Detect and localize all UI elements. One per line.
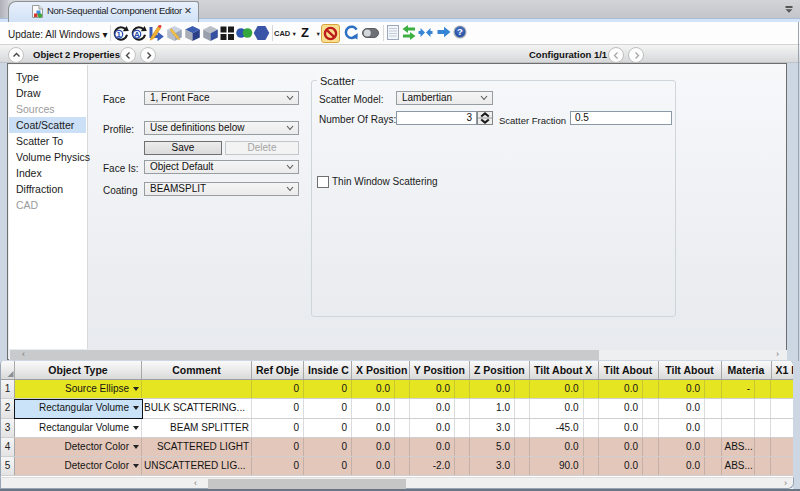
svg-text:A: A <box>134 30 140 39</box>
svg-text:1: 1 <box>117 30 122 39</box>
svg-text:?: ? <box>457 26 463 37</box>
